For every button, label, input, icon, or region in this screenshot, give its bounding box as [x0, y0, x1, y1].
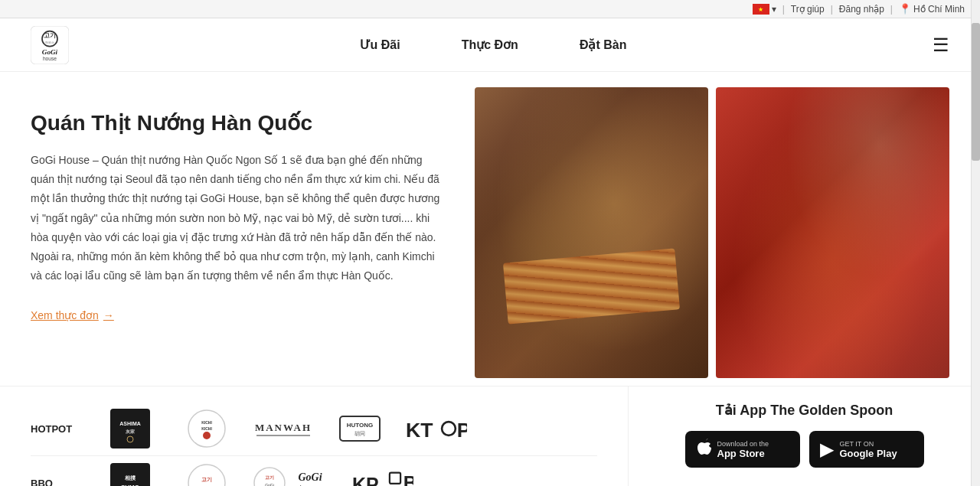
food-image-hotpot: [716, 87, 949, 378]
svg-text:KICHI: KICHI: [201, 426, 212, 431]
svg-text:灰家: 灰家: [125, 429, 136, 434]
location-label: Hồ Chí Minh: [913, 4, 965, 15]
view-menu-label: Xem thực đơn: [31, 309, 99, 321]
bbq-logos: 相撲 SUMO BBQ 고기 GoGi 고기: [100, 464, 413, 486]
app-section-title: Tải App The Golden Spoon: [716, 402, 893, 419]
vietnam-flag-icon: [753, 4, 769, 15]
hutong-logo: HUTONG 胡同: [337, 409, 383, 448]
flag-selector[interactable]: ▾: [753, 4, 776, 15]
svg-text:GoGi: GoGi: [265, 483, 274, 486]
svg-text:하우스: 하우스: [45, 40, 54, 44]
gogi-circle-logo: 고기 GoGi: [187, 463, 227, 486]
flag-dropdown-icon[interactable]: ▾: [772, 4, 776, 15]
view-menu-arrow: →: [103, 309, 114, 321]
manwah-logo: MANWAH: [253, 409, 314, 448]
nav-reservation[interactable]: Đặt Bàn: [580, 38, 627, 52]
hotpot-brand-row: HOTPOT ASHIMA 灰家 KICHI: [31, 402, 597, 456]
svg-rect-6: [112, 410, 149, 447]
location-selector[interactable]: 📍 Hồ Chí Minh: [899, 3, 965, 15]
location-pin-icon: 📍: [899, 3, 911, 15]
hero-images: [475, 80, 949, 378]
svg-text:ASHIMA: ASHIMA: [119, 421, 141, 426]
svg-text:고기: 고기: [201, 477, 212, 482]
header: 고기 하우스 GoGi house Ưu Đãi Thực Đơn Đặt Bà…: [0, 18, 980, 72]
apple-icon: [696, 438, 711, 461]
svg-point-26: [188, 465, 225, 486]
svg-text:P: P: [457, 419, 467, 442]
hero-title: Quán Thịt Nướng Hàn Quốc: [31, 110, 444, 135]
hotpot-logos: ASHIMA 灰家 KICHI KICHI: [100, 409, 467, 448]
bottom-section: HOTPOT ASHIMA 灰家 KICHI: [0, 386, 980, 486]
bbq-category-label: BBQ: [31, 478, 84, 487]
nav-promo[interactable]: Ưu Đãi: [360, 38, 400, 52]
appstore-main-label: App Store: [717, 448, 769, 459]
svg-text:MANWAH: MANWAH: [255, 422, 312, 433]
brand-kpub[interactable]: KP B: [352, 464, 413, 486]
svg-rect-22: [110, 463, 150, 486]
app-download-section: Tải App The Golden Spoon Download on the…: [628, 387, 980, 486]
brand-gogi-circle[interactable]: 고기 GoGi: [176, 464, 237, 486]
kpub-logo: KP B: [352, 468, 413, 486]
brand-manwah[interactable]: MANWAH: [253, 409, 314, 448]
bbq-brand-row: BBQ 相撲 SUMO BBQ 고기 GoGi: [31, 456, 597, 486]
scrollbar-thumb[interactable]: [972, 23, 980, 161]
sep-2: |: [831, 4, 833, 15]
svg-rect-16: [340, 416, 380, 441]
svg-point-20: [442, 422, 456, 435]
view-menu-link[interactable]: Xem thực đơn →: [31, 309, 114, 321]
main-nav: Ưu Đãi Thực Đơn Đặt Bàn: [69, 38, 917, 52]
svg-text:고기: 고기: [265, 475, 274, 480]
svg-text:KT: KT: [406, 419, 433, 442]
brand-ktop[interactable]: KT P: [406, 409, 467, 448]
help-link[interactable]: Trợ giúp: [791, 4, 825, 15]
brand-ashima[interactable]: ASHIMA 灰家: [100, 409, 161, 448]
kichikichi-logo: KICHI KICHI: [187, 409, 227, 448]
svg-point-13: [203, 432, 211, 439]
svg-text:KICHI: KICHI: [201, 420, 212, 425]
ashima-logo: ASHIMA 灰家: [110, 409, 150, 448]
top-bar: ▾ | Trợ giúp | Đăng nhập | 📍 Hồ Chí Minh: [0, 0, 980, 18]
brands-section: HOTPOT ASHIMA 灰家 KICHI: [0, 387, 628, 486]
brand-hutong[interactable]: HUTONG 胡同: [329, 409, 390, 448]
brand-sumo[interactable]: 相撲 SUMO BBQ: [100, 464, 161, 486]
logo-image: 고기 하우스 GoGi house: [31, 26, 69, 64]
svg-text:相撲: 相撲: [124, 475, 136, 481]
googleplay-text: GET IT ON Google Play: [840, 440, 897, 459]
googleplay-sub-label: GET IT ON: [840, 440, 897, 448]
appstore-sub-label: Download on the: [717, 440, 769, 448]
googleplay-main-label: Google Play: [840, 448, 897, 459]
ktop-logo: KT P: [406, 413, 467, 444]
googleplay-button[interactable]: ▶ GET IT ON Google Play: [809, 431, 924, 468]
login-link[interactable]: Đăng nhập: [839, 4, 884, 15]
svg-text:B: B: [403, 472, 413, 486]
gogi-house-logo: 고기 GoGi GoGi house: [253, 464, 337, 486]
hero-text-section: Quán Thịt Nướng Hàn Quốc GoGi House – Qu…: [31, 80, 475, 378]
appstore-text: Download on the App Store: [717, 440, 769, 459]
hamburger-icon[interactable]: ☰: [933, 34, 949, 56]
main-content: Quán Thịt Nướng Hàn Quốc GoGi House – Qu…: [0, 72, 980, 378]
sep-3: |: [890, 4, 893, 15]
app-buttons-container: Download on the App Store ▶ GET IT ON Go…: [685, 431, 924, 468]
brand-kichikichi[interactable]: KICHI KICHI: [176, 409, 237, 448]
svg-text:GoGi: GoGi: [298, 471, 322, 483]
svg-text:胡同: 胡同: [354, 431, 365, 436]
svg-text:HUTONG: HUTONG: [347, 422, 374, 429]
svg-text:GoGi: GoGi: [42, 47, 58, 55]
nav-menu[interactable]: Thực Đơn: [462, 38, 518, 52]
sumo-logo: 相撲 SUMO BBQ: [110, 463, 150, 486]
hero-description: GoGi House – Quán thịt nướng Hàn Quốc Ng…: [31, 151, 444, 285]
scrollbar[interactable]: [971, 0, 980, 486]
brand-gogi-house[interactable]: 고기 GoGi GoGi house: [253, 464, 337, 486]
svg-text:house: house: [43, 56, 57, 61]
appstore-button[interactable]: Download on the App Store: [685, 431, 800, 468]
sep-1: |: [782, 4, 785, 15]
hotpot-category-label: HOTPOT: [31, 423, 84, 435]
food-image-grill: [475, 87, 708, 378]
svg-text:고기: 고기: [44, 32, 56, 39]
logo-link[interactable]: 고기 하우스 GoGi house: [31, 26, 69, 64]
svg-text:KP: KP: [352, 474, 379, 486]
svg-rect-35: [390, 473, 400, 484]
google-play-icon: ▶: [820, 439, 834, 460]
